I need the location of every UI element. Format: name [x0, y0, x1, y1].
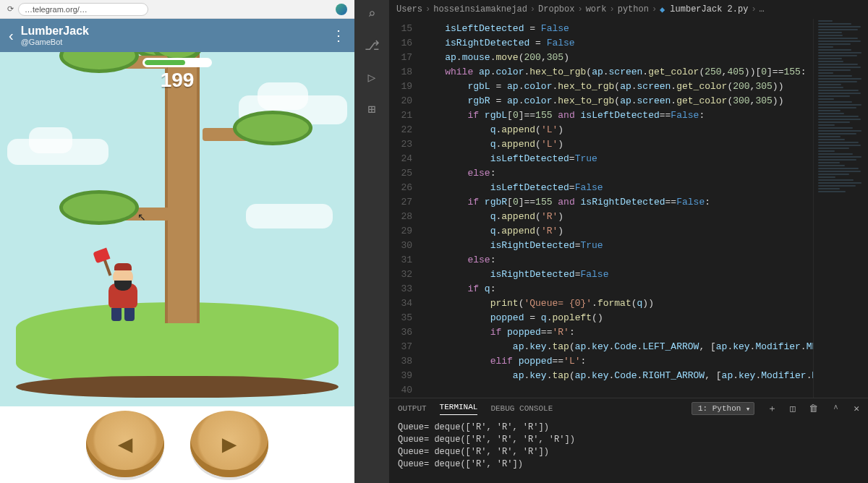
game-subtitle: @GameBot [21, 38, 89, 46]
panel: OUTPUT TERMINAL DEBUG CONSOLE 1: Python … [389, 398, 868, 483]
extensions-icon[interactable]: ⊞ [368, 101, 376, 117]
terminal-output[interactable]: Queue= deque(['R', 'R', 'R']) Queue= deq… [389, 419, 868, 483]
breadcrumb-item[interactable]: Users [396, 4, 422, 14]
tab-debug-console[interactable]: DEBUG CONSOLE [490, 404, 553, 413]
browser-toolbar: ⟳ …telegram.org/… [0, 0, 354, 19]
hud: 199 [142, 58, 212, 92]
arrow-left-icon: ◄ [113, 430, 137, 458]
minimap[interactable] [813, 19, 868, 398]
chevron-down-icon: ▾ [746, 404, 751, 414]
panel-tabs: OUTPUT TERMINAL DEBUG CONSOLE 1: Python … [389, 398, 868, 419]
code-editor[interactable]: 1516171819202122232425262728293031323334… [389, 19, 868, 398]
score-value: 199 [161, 69, 195, 92]
left-button[interactable]: ◄ [86, 411, 164, 477]
energy-fill [145, 60, 185, 65]
vscode-window: ⌕ ⎇ ▷ ⊞ Users› hosseinsiamaknejad› Dropb… [354, 0, 868, 483]
python-file-icon: ◆ [660, 4, 665, 15]
breadcrumb-item[interactable]: work [586, 4, 607, 14]
breadcrumb-item[interactable]: Dropbox [538, 4, 574, 14]
breadcrumb[interactable]: Users› hosseinsiamaknejad› Dropbox› work… [389, 0, 868, 19]
code-content[interactable]: isLeftDetected = False isRightDetected =… [420, 19, 868, 398]
terminal-selector[interactable]: 1: Python ▾ [692, 402, 754, 415]
editor-area: Users› hosseinsiamaknejad› Dropbox› work… [389, 0, 868, 483]
cloud-decoration [246, 204, 333, 228]
game-controls: ◄ ► [0, 406, 354, 483]
profile-avatar[interactable] [336, 4, 347, 15]
right-button[interactable]: ► [190, 411, 268, 477]
game-title: LumberJack [21, 25, 89, 38]
close-panel-icon[interactable]: ✕ [854, 403, 859, 414]
breadcrumb-more[interactable]: … [760, 4, 765, 14]
kill-terminal-icon[interactable]: 🗑 [809, 403, 818, 414]
line-number-gutter: 1516171819202122232425262728293031323334… [389, 19, 420, 398]
breadcrumb-file[interactable]: lumberJack 2.py [670, 4, 748, 14]
breadcrumb-item[interactable]: python [618, 4, 649, 14]
mouse-cursor-icon: ↖ [137, 211, 146, 223]
address-text: …telegram.org/… [25, 5, 88, 14]
source-control-icon[interactable]: ⎇ [365, 38, 380, 54]
activity-bar: ⌕ ⎇ ▷ ⊞ [354, 0, 389, 483]
breadcrumb-item[interactable]: hosseinsiamaknejad [433, 4, 527, 14]
new-terminal-icon[interactable]: ＋ [767, 402, 777, 415]
tree-trunk [165, 52, 200, 323]
tab-output[interactable]: OUTPUT [398, 404, 427, 413]
tab-terminal[interactable]: TERMINAL [440, 403, 478, 415]
split-terminal-icon[interactable]: ◫ [790, 403, 796, 414]
game-canvas[interactable]: 199 ↖ [0, 52, 354, 406]
search-icon[interactable]: ⌕ [368, 6, 376, 22]
leaf [233, 111, 312, 145]
address-bar[interactable]: …telegram.org/… [18, 3, 148, 16]
game-header: ‹ LumberJack @GameBot ⋮ [0, 19, 354, 52]
cloud-decoration [7, 139, 109, 165]
run-debug-icon[interactable]: ▷ [368, 69, 376, 85]
game-title-block: LumberJack @GameBot [21, 25, 89, 46]
game-pane: ⟳ …telegram.org/… ‹ LumberJack @GameBot … [0, 0, 354, 483]
leaf [59, 52, 139, 73]
maximize-panel-icon[interactable]: ＾ [831, 402, 841, 415]
lumberjack-sprite [109, 268, 137, 321]
reload-icon[interactable]: ⟳ [7, 4, 14, 14]
arrow-right-icon: ► [217, 430, 242, 458]
leaf [59, 190, 139, 225]
kebab-menu-icon[interactable]: ⋮ [331, 27, 346, 44]
back-icon[interactable]: ‹ [9, 27, 14, 44]
energy-bar [142, 58, 212, 67]
